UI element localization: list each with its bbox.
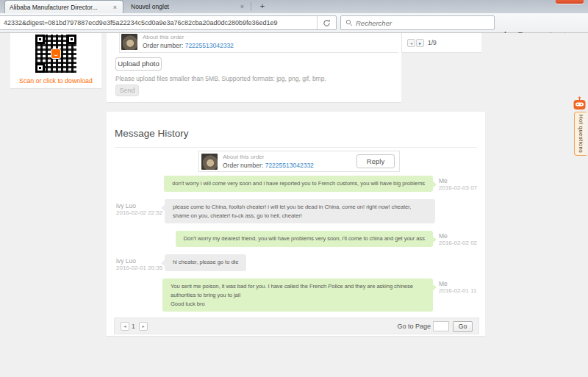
pager-position: 1/9 <box>428 39 437 46</box>
current-page[interactable]: 1 <box>132 323 135 330</box>
search-icon <box>345 18 354 27</box>
upload-note: Please upload files smaller than 5MB. Su… <box>115 75 326 82</box>
order-number-label: Order number: <box>223 162 263 169</box>
divider <box>115 147 477 148</box>
message-author: ivy Luo <box>116 257 165 265</box>
qr-finder <box>67 35 76 44</box>
order-card: About this order Order number: 722255130… <box>119 33 398 53</box>
message-row: Don't worry my dearest friend, you will … <box>115 231 477 247</box>
tab-new-tab[interactable]: Nouvel onglet × <box>126 0 250 13</box>
send-button-disabled[interactable]: Send <box>115 85 139 96</box>
order-number-line: Order number: 72225513042332 <box>223 162 314 169</box>
message-time: 2016-02-01 11:57 <box>439 287 477 294</box>
tab-close-icon[interactable]: × <box>239 3 245 10</box>
message-row: You sent me poison, it was bad for you. … <box>115 279 477 312</box>
order-number-line: Order number: 72225513042332 <box>143 42 234 49</box>
hot-questions-label: Hot questions <box>578 115 584 153</box>
message-author: Me <box>439 177 477 184</box>
goto-page-input[interactable] <box>433 321 449 331</box>
robot-icon <box>571 96 588 112</box>
app-download-panel: Scan or click to download <box>10 33 101 89</box>
about-order-label: About this order <box>223 154 264 160</box>
message-time: 2016-02-02 02:25 <box>439 240 477 246</box>
order-number-link[interactable]: 72225513042332 <box>265 162 314 169</box>
qr-caption-link[interactable]: Scan or click to download <box>10 77 101 85</box>
pager-prev-button[interactable]: ◂ <box>407 39 415 47</box>
qr-finder <box>35 63 45 73</box>
reload-icon <box>322 18 331 28</box>
tab-title: Nouvel onglet <box>131 3 239 10</box>
go-button[interactable]: Go <box>453 321 473 332</box>
order-thumbnail <box>201 154 218 170</box>
tab-separator <box>251 2 251 11</box>
navigation-toolbar: 42332&digest=081bd797887ecd9e3f5a22234c5… <box>0 13 588 33</box>
url-text[interactable]: 42332&digest=081bd797887ecd9e3f5a22234c5… <box>0 19 317 26</box>
message-bubble: don't worry i will come very soon and i … <box>164 176 433 192</box>
message-row: ivy Luo 2016-02-02 22:52 please come to … <box>115 199 477 224</box>
about-order-label: About this order <box>143 34 184 40</box>
message-bubble: hi cheater, please go to die <box>165 254 246 271</box>
history-next-button[interactable]: ▸ <box>139 322 148 331</box>
qr-finder <box>35 35 45 44</box>
upload-photo-button[interactable]: Upload photo <box>115 57 162 71</box>
message-list: don't worry i will come very soon and i … <box>115 176 477 317</box>
background-window-button <box>556 0 584 4</box>
tab-alibaba[interactable]: Alibaba Manufacturer Director... × <box>4 0 123 13</box>
message-author: ivy Luo <box>116 202 165 209</box>
message-meta: Me 2016-02-01 11:57 <box>433 279 477 312</box>
message-bubble: please come to China, foolish cheater! i… <box>165 199 435 224</box>
alibaba-logo-icon <box>51 49 61 59</box>
message-time: 2016-02-01 20:35 <box>116 265 165 271</box>
message-meta: Me 2016-02-02 02:25 <box>433 231 477 247</box>
search-input[interactable] <box>356 19 494 27</box>
compose-panel: About this order Order number: 722255130… <box>107 33 401 103</box>
page-content: Scan or click to download About this ord… <box>0 33 588 377</box>
search-box[interactable] <box>340 15 495 30</box>
message-time: 2016-02-02 22:52 <box>116 209 165 216</box>
message-row: ivy Luo 2016-02-01 20:35 hi cheater, ple… <box>115 254 477 271</box>
message-pager: ◂ ▸ 1/9 <box>401 33 481 53</box>
message-meta: ivy Luo 2016-02-02 22:52 <box>115 199 165 224</box>
message-time: 2016-02-03 07:02 <box>439 184 477 191</box>
new-tab-button[interactable]: + <box>257 1 268 12</box>
hot-questions-tab[interactable]: Hot questions <box>574 112 587 156</box>
history-prev-button[interactable]: ◂ <box>121 322 129 331</box>
message-meta: Me 2016-02-03 07:02 <box>433 176 477 192</box>
browser-window: Alibaba Manufacturer Director... × Nouve… <box>0 0 588 377</box>
message-row: don't worry i will come very soon and i … <box>115 176 477 192</box>
qr-code[interactable] <box>35 35 76 73</box>
reply-button[interactable]: Reply <box>356 154 395 168</box>
goto-page-label: Go to Page <box>397 323 431 330</box>
reply-order-card: About this order Order number: 722255130… <box>198 151 400 172</box>
message-meta: ivy Luo 2016-02-01 20:35 <box>115 254 165 271</box>
message-history-panel: Message History About this order Order n… <box>107 112 485 337</box>
message-bubble: You sent me poison, it was bad for you. … <box>162 279 433 312</box>
tab-bar: Alibaba Manufacturer Director... × Nouve… <box>0 0 588 13</box>
hot-questions-widget: Hot questions <box>571 96 588 112</box>
tab-close-icon[interactable]: × <box>112 4 118 11</box>
order-number-label: Order number: <box>143 42 183 49</box>
message-author: Me <box>439 280 477 287</box>
tab-title: Alibaba Manufacturer Director... <box>10 4 112 11</box>
message-bubble: Don't worry my dearest friend, you will … <box>176 231 433 247</box>
pager-next-button[interactable]: ▸ <box>416 39 424 47</box>
reload-button[interactable] <box>317 16 336 29</box>
order-number-link[interactable]: 72225513042332 <box>185 42 234 49</box>
history-pagination-bar: ◂ 1 ▸ Go to Page Go <box>114 317 479 334</box>
url-bar[interactable]: 42332&digest=081bd797887ecd9e3f5a22234c5… <box>0 15 337 30</box>
order-thumbnail <box>121 34 137 50</box>
message-author: Me <box>439 232 477 240</box>
section-title: Message History <box>115 128 189 139</box>
